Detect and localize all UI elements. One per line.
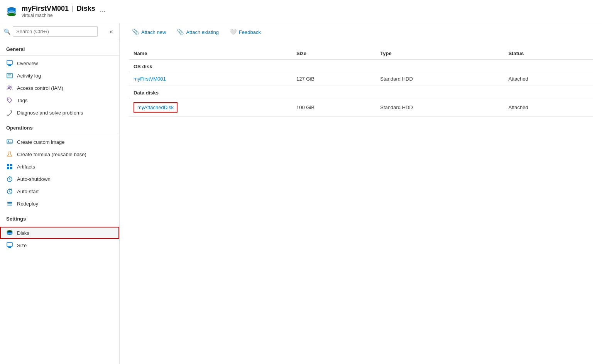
toolbar: 📎 Attach new 📎 Attach existing 🤍 Feedbac… [120,23,602,41]
paperclip-existing-icon: 📎 [177,29,184,35]
sidebar-item-overview[interactable]: Overview [0,57,119,69]
image-icon [6,138,13,145]
sidebar-item-create-formula[interactable]: Create formula (reusable base) [0,148,119,160]
search-input[interactable] [13,26,98,37]
svg-point-14 [8,99,9,100]
disk-name-cell: myAttachedDisk [129,98,292,117]
page-header: myFirstVM001 | Disks virtual machine ··· [0,0,602,23]
svg-point-38 [7,233,12,235]
sidebar-section-operations: Operations [0,122,119,132]
sidebar-item-artifacts[interactable]: Artifacts [0,160,119,173]
col-header-name: Name [129,47,292,60]
svg-rect-31 [7,202,12,203]
svg-line-28 [10,192,10,192]
sidebar-item-redeploy[interactable]: Redeploy [0,197,119,210]
disk-status-cell: Attached [504,98,593,117]
stack-icon [6,200,13,207]
content-body: Name Size Type Status OS diskmyFirstVM00… [120,41,602,364]
sidebar-item-access-control[interactable]: Access control (IAM) [0,82,119,94]
disk-section-header: OS disk [129,60,593,72]
svg-rect-21 [10,167,12,169]
sidebar-section-settings: Settings [0,213,119,223]
overview-label: Overview [17,61,38,66]
artifacts-label: Artifacts [17,164,35,170]
sidebar-item-activity-log[interactable]: Activity log [0,69,119,82]
tags-label: Tags [17,98,27,103]
disks-table: Name Size Type Status OS diskmyFirstVM00… [129,47,593,117]
sidebar-item-diagnose[interactable]: Diagnose and solve problems [0,106,119,119]
search-bar: 🔍 « [0,23,119,40]
title-separator: | [72,5,74,13]
table-row: myFirstVM001127 GiBStandard HDDAttached [129,72,593,86]
search-icon: 🔍 [4,29,10,35]
sidebar-item-disks[interactable]: Disks [0,227,119,239]
attach-existing-label: Attach existing [186,29,219,35]
attach-existing-button[interactable]: 📎 Attach existing [172,26,223,38]
sidebar-item-create-image[interactable]: Create custom image [0,136,119,148]
paperclip-new-icon: 📎 [132,29,139,35]
content-area: 📎 Attach new 📎 Attach existing 🤍 Feedbac… [120,23,602,364]
disk-type-cell: Standard HDD [375,72,504,86]
auto-shutdown-label: Auto-shutdown [17,176,51,182]
header-title-group: myFirstVM001 | Disks virtual machine [22,5,95,18]
sidebar: 🔍 « General Overview Activity log [0,23,120,364]
sidebar-item-auto-start[interactable]: Auto-start [0,185,119,197]
sidebar-section-general: General [0,43,119,54]
size-label: Size [17,243,27,248]
disk-name-cell: myFirstVM001 [129,72,292,86]
monitor-icon [6,60,13,67]
heart-icon: 🤍 [230,29,237,35]
disk-name-link[interactable]: myFirstVM001 [134,76,166,82]
vm-name: myFirstVM001 [22,5,69,13]
collapse-sidebar-button[interactable]: « [107,27,115,36]
page-title: myFirstVM001 | Disks [22,5,95,13]
svg-rect-20 [7,167,9,169]
wrench-icon [6,109,13,116]
clock2-icon [6,188,13,195]
disk-name-link-boxed[interactable]: myAttachedDisk [134,102,178,113]
redeploy-label: Redeploy [17,201,38,207]
create-formula-label: Create formula (reusable base) [17,152,86,157]
svg-rect-15 [7,140,12,143]
sidebar-scroll: General Overview Activity log Access con… [0,40,119,364]
header-ellipsis-button[interactable]: ··· [100,7,106,15]
svg-point-12 [8,86,10,88]
diagnose-label: Diagnose and solve problems [17,110,83,116]
grid-icon [6,163,13,170]
monitor2-icon [6,242,13,249]
page-name: Disks [77,5,95,13]
svg-rect-41 [8,248,11,248]
disks-label: Disks [17,230,29,236]
feedback-label: Feedback [239,29,261,35]
svg-rect-40 [8,247,11,248]
activity-log-icon [6,72,13,79]
svg-rect-33 [7,205,12,206]
disk-size-cell: 127 GiB [292,72,375,86]
svg-rect-32 [7,203,12,204]
disk-type-cell: Standard HDD [375,98,504,117]
svg-rect-7 [8,65,11,66]
attach-new-label: Attach new [141,29,166,35]
sidebar-item-auto-shutdown[interactable]: Auto-shutdown [0,173,119,185]
svg-point-30 [11,189,12,190]
table-row: myAttachedDisk100 GiBStandard HDDAttache… [129,98,593,117]
main-layout: 🔍 « General Overview Activity log [0,23,602,364]
attach-new-button[interactable]: 📎 Attach new [127,26,171,38]
svg-rect-9 [7,73,12,78]
access-control-label: Access control (IAM) [17,85,63,91]
sidebar-item-tags[interactable]: Tags [0,94,119,106]
auto-start-label: Auto-start [17,189,39,194]
svg-line-24 [10,179,10,180]
svg-point-13 [10,86,12,88]
disk-status-cell: Attached [504,72,593,86]
people-icon [6,84,13,91]
svg-rect-8 [8,66,11,66]
svg-rect-39 [7,243,12,246]
disk-section-header: Data disks [129,86,593,98]
svg-rect-18 [7,164,9,166]
sidebar-item-size[interactable]: Size [0,239,119,251]
col-header-type: Type [375,47,504,60]
feedback-button[interactable]: 🤍 Feedback [225,26,265,38]
flask-icon [6,151,13,158]
svg-rect-19 [10,164,12,166]
